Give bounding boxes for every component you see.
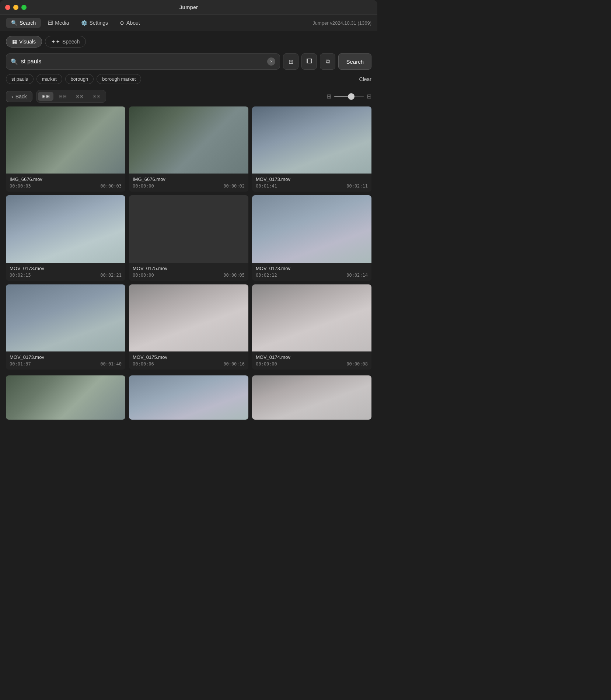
speech-icon: ✦✦	[51, 39, 60, 45]
video-time-start: 00:01:37	[10, 361, 31, 367]
video-info: MOV_0173.mov 00:02:15 00:02:21	[6, 263, 125, 281]
video-times: 00:01:41 00:02:11	[256, 183, 368, 189]
minimize-button[interactable]	[13, 5, 18, 10]
chips-row: st pauls market borough borough market C…	[0, 73, 377, 88]
video-time-start: 00:00:06	[133, 361, 154, 367]
video-time-start: 00:00:03	[10, 183, 31, 189]
nav-settings-label: Settings	[90, 20, 108, 26]
view-mode-group: ⊞⊞ ⊟⊟ ⊠⊠ ⊡⊡	[36, 90, 106, 103]
video-filename: MOV_0173.mov	[256, 266, 368, 271]
nav-settings[interactable]: ⚙️ Settings	[76, 18, 114, 28]
tab-visuals-label: Visuals	[19, 39, 36, 45]
video-time-end: 00:00:02	[223, 183, 245, 189]
nav-about-label: About	[126, 20, 140, 26]
video-card[interactable]: IMG_6676.mov 00:00:03 00:00:03	[6, 106, 125, 192]
chip-borough[interactable]: borough	[65, 74, 94, 84]
video-time-end: 00:00:16	[223, 361, 245, 367]
video-info: IMG_6676.mov 00:00:00 00:00:02	[129, 174, 248, 192]
nav-media[interactable]: 🎞 Media	[42, 18, 74, 28]
nav-bar: 🔍 Search 🎞 Media ⚙️ Settings ⊙ About Jum…	[0, 15, 377, 31]
tabs-row: ▦ Visuals ✦✦ Speech	[0, 31, 377, 50]
search-submit-button[interactable]: Search	[338, 53, 371, 70]
video-thumbnail	[6, 195, 125, 262]
video-thumbnail	[6, 106, 125, 174]
video-info: IMG_6676.mov 00:00:03 00:00:03	[6, 174, 125, 192]
video-thumbnail	[252, 195, 371, 262]
video-time-start: 00:00:00	[133, 183, 154, 189]
video-time-start: 00:01:41	[256, 183, 277, 189]
video-thumbnail	[252, 106, 371, 174]
nav-media-label: Media	[55, 20, 69, 26]
video-time-start: 00:00:00	[256, 361, 277, 367]
media-nav-icon: 🎞	[48, 20, 53, 26]
video-filename: MOV_0173.mov	[10, 354, 122, 360]
video-thumbnail	[129, 195, 248, 262]
video-card[interactable]: IMG_6676.mov 00:00:00 00:00:02	[129, 106, 248, 192]
partial-row	[0, 375, 377, 420]
video-filename: MOV_0174.mov	[256, 354, 368, 360]
copy-tool-button[interactable]: ⧉	[320, 53, 335, 70]
view-mode-2[interactable]: ⊟⊟	[55, 92, 70, 101]
window-title: Jumper	[179, 4, 198, 10]
video-filename: MOV_0173.mov	[256, 176, 368, 182]
partial-thumbnail	[252, 375, 371, 420]
video-card[interactable]: MOV_0173.mov 00:01:37 00:01:40	[6, 284, 125, 370]
nav-search-label: Search	[20, 20, 36, 26]
video-filename: MOV_0175.mov	[133, 354, 245, 360]
nav-search[interactable]: 🔍 Search	[6, 18, 41, 28]
video-times: 00:00:06 00:00:16	[133, 361, 245, 367]
video-info: MOV_0173.mov 00:01:37 00:01:40	[6, 351, 125, 370]
tab-visuals[interactable]: ▦ Visuals	[6, 36, 42, 48]
title-bar: Jumper	[0, 0, 377, 15]
video-times: 00:02:15 00:02:21	[10, 273, 122, 278]
video-card[interactable]: MOV_0175.mov 00:00:06 00:00:16	[129, 284, 248, 370]
video-info: MOV_0173.mov 00:01:41 00:02:11	[252, 174, 371, 192]
grid-large-icon: ⊟	[367, 93, 371, 100]
search-row: 🔍 × ⊞ 🎞 ⧉ Search	[0, 50, 377, 73]
chip-borough-market[interactable]: borough market	[97, 74, 141, 84]
video-card[interactable]: MOV_0175.mov 00:00:00 00:00:05	[129, 195, 248, 280]
back-button[interactable]: ‹ Back	[6, 91, 32, 102]
about-nav-icon: ⊙	[120, 20, 124, 26]
search-input[interactable]	[18, 58, 267, 65]
nav-about[interactable]: ⊙ About	[115, 18, 145, 28]
view-mode-3[interactable]: ⊠⊠	[72, 92, 87, 101]
video-card[interactable]: MOV_0174.mov 00:00:00 00:00:08	[252, 284, 371, 370]
video-time-end: 00:00:08	[346, 361, 368, 367]
film-tool-button[interactable]: 🎞	[301, 53, 317, 70]
chip-st-pauls[interactable]: st pauls	[6, 74, 34, 84]
video-thumbnail	[129, 284, 248, 351]
view-mode-1[interactable]: ⊞⊞	[38, 92, 53, 101]
tab-speech[interactable]: ✦✦ Speech	[45, 36, 86, 48]
video-times: 00:00:00 00:00:02	[133, 183, 245, 189]
video-filename: IMG_6676.mov	[133, 176, 245, 182]
video-card[interactable]: MOV_0173.mov 00:01:41 00:02:11	[252, 106, 371, 192]
video-time-end: 00:00:03	[100, 183, 122, 189]
clear-all-button[interactable]: Clear	[359, 76, 371, 82]
video-time-end: 00:02:14	[346, 273, 368, 278]
video-info: MOV_0174.mov 00:00:00 00:00:08	[252, 351, 371, 370]
tab-speech-label: Speech	[62, 39, 80, 45]
partial-video-card[interactable]	[6, 375, 125, 420]
view-mode-4[interactable]: ⊡⊡	[89, 92, 104, 101]
close-button[interactable]	[5, 5, 10, 10]
app-version: Jumper v2024.10.31 (1369)	[313, 20, 371, 26]
window-controls[interactable]	[5, 5, 27, 10]
search-input-wrap[interactable]: 🔍 ×	[6, 53, 280, 70]
video-grid: IMG_6676.mov 00:00:03 00:00:03 IMG_6676.…	[0, 106, 377, 375]
size-slider[interactable]	[334, 96, 364, 97]
video-times: 00:00:03 00:00:03	[10, 183, 122, 189]
chip-market[interactable]: market	[36, 74, 62, 84]
nav-left: 🔍 Search 🎞 Media ⚙️ Settings ⊙ About	[6, 18, 145, 28]
video-time-start: 00:02:15	[10, 273, 31, 278]
partial-video-card[interactable]	[252, 375, 371, 420]
grid-tool-button[interactable]: ⊞	[283, 53, 298, 70]
video-card[interactable]: MOV_0173.mov 00:02:12 00:02:14	[252, 195, 371, 280]
clear-search-button[interactable]: ×	[267, 57, 275, 66]
partial-thumbnail	[6, 375, 125, 420]
partial-video-card[interactable]	[129, 375, 248, 420]
settings-nav-icon: ⚙️	[81, 20, 87, 26]
video-card[interactable]: MOV_0173.mov 00:02:15 00:02:21	[6, 195, 125, 280]
video-time-end: 00:00:05	[223, 273, 245, 278]
maximize-button[interactable]	[21, 5, 27, 10]
